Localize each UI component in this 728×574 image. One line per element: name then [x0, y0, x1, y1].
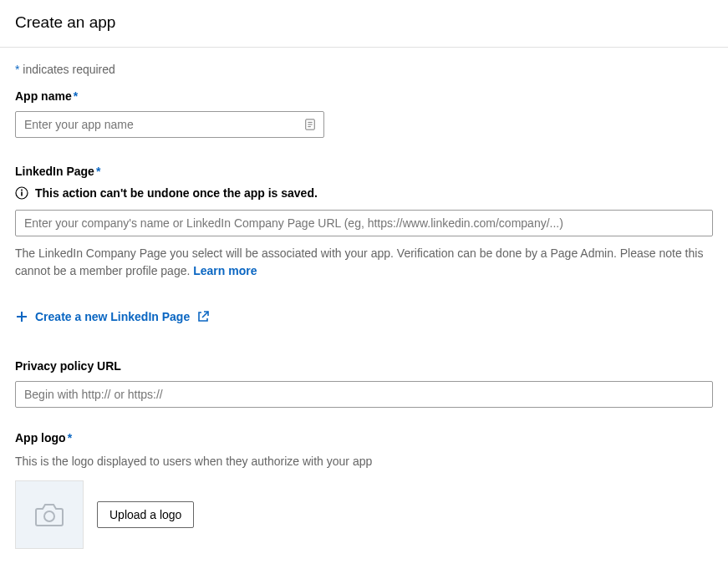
app-name-input[interactable] [15, 111, 324, 138]
external-link-icon [196, 310, 210, 323]
content-area: * indicates required App name* LinkedIn … [0, 48, 728, 574]
camera-icon [34, 502, 64, 527]
info-banner-text: This action can't be undone once the app… [35, 186, 318, 200]
app-name-label-text: App name [15, 89, 72, 103]
create-page-link[interactable]: Create a new LinkedIn Page [15, 310, 210, 323]
linkedin-page-asterisk: * [96, 165, 100, 178]
page-title: Create an app [15, 13, 713, 32]
linkedin-page-group: LinkedIn Page* This action can't be undo… [15, 165, 713, 326]
app-logo-label-text: App logo [15, 431, 66, 444]
learn-more-link[interactable]: Learn more [193, 264, 257, 277]
required-note: * indicates required [15, 63, 713, 76]
svg-point-10 [44, 511, 54, 521]
svg-rect-6 [21, 192, 23, 196]
upload-logo-button[interactable]: Upload a logo [97, 501, 194, 528]
svg-point-5 [21, 190, 23, 191]
required-note-text: indicates required [19, 63, 115, 76]
form-icon [304, 119, 316, 130]
app-name-label: App name* [15, 89, 713, 103]
app-logo-label: App logo* [15, 431, 713, 444]
privacy-policy-label: Privacy policy URL [15, 359, 713, 373]
app-logo-helper: This is the logo displayed to users when… [15, 453, 713, 470]
linkedin-page-helper: The LinkedIn Company Page you select wil… [15, 245, 713, 280]
privacy-policy-input[interactable] [15, 381, 713, 408]
linkedin-page-input[interactable] [15, 210, 713, 236]
linkedin-page-label: LinkedIn Page* [15, 165, 713, 178]
app-logo-group: App logo* This is the logo displayed to … [15, 431, 713, 549]
linkedin-page-helper-text: The LinkedIn Company Page you select wil… [15, 246, 703, 277]
privacy-policy-label-text: Privacy policy URL [15, 359, 121, 373]
app-logo-asterisk: * [68, 431, 72, 444]
plus-icon [15, 310, 28, 323]
page-header: Create an app [0, 0, 728, 48]
info-banner: This action can't be undone once the app… [15, 186, 713, 200]
create-page-text: Create a new LinkedIn Page [35, 310, 190, 323]
app-name-group: App name* [15, 89, 713, 138]
svg-line-9 [202, 312, 208, 317]
logo-row: Upload a logo [15, 480, 713, 549]
logo-placeholder [15, 480, 84, 549]
info-icon [15, 186, 28, 200]
privacy-policy-group: Privacy policy URL [15, 359, 713, 408]
linkedin-page-label-text: LinkedIn Page [15, 165, 94, 178]
create-page-row: Create a new LinkedIn Page [15, 310, 713, 326]
app-name-asterisk: * [74, 89, 78, 103]
